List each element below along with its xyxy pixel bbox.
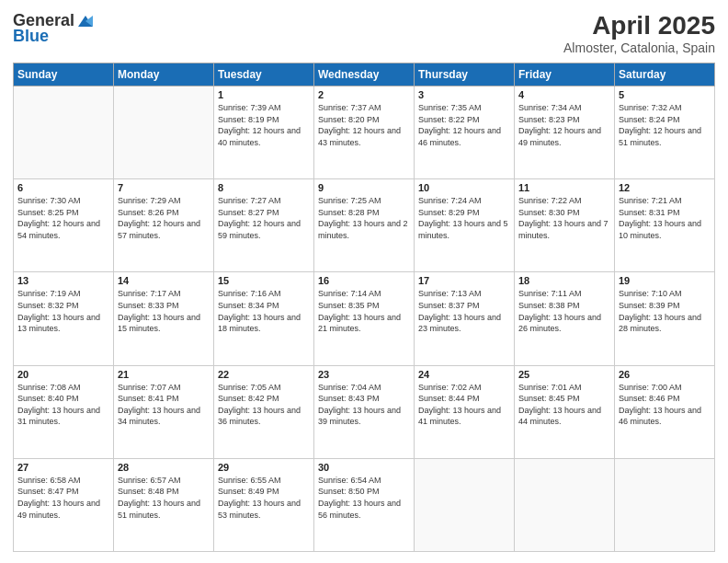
day-number: 13 — [17, 275, 109, 286]
calendar-week-row: 20Sunrise: 7:08 AM Sunset: 8:40 PM Dayli… — [14, 365, 715, 458]
day-info: Sunrise: 7:07 AM Sunset: 8:41 PM Dayligh… — [118, 382, 210, 428]
calendar-cell: 22Sunrise: 7:05 AM Sunset: 8:42 PM Dayli… — [214, 365, 314, 458]
calendar-cell: 3Sunrise: 7:35 AM Sunset: 8:22 PM Daylig… — [415, 86, 515, 179]
day-info: Sunrise: 7:37 AM Sunset: 8:20 PM Dayligh… — [318, 102, 410, 148]
day-number: 6 — [17, 182, 109, 193]
weekday-header-cell: Saturday — [615, 63, 715, 86]
day-number: 18 — [518, 275, 610, 286]
day-number: 17 — [418, 275, 510, 286]
calendar-cell: 4Sunrise: 7:34 AM Sunset: 8:23 PM Daylig… — [515, 86, 615, 179]
calendar-cell: 9Sunrise: 7:25 AM Sunset: 8:28 PM Daylig… — [314, 179, 415, 272]
day-number: 22 — [218, 369, 310, 380]
weekday-header-row: SundayMondayTuesdayWednesdayThursdayFrid… — [14, 63, 715, 86]
calendar-cell — [615, 458, 715, 551]
day-number: 24 — [418, 369, 510, 380]
calendar-cell: 27Sunrise: 6:58 AM Sunset: 8:47 PM Dayli… — [14, 458, 114, 551]
day-number: 14 — [118, 275, 210, 286]
day-number: 19 — [619, 275, 711, 286]
day-number: 12 — [619, 182, 711, 193]
calendar-cell: 8Sunrise: 7:27 AM Sunset: 8:27 PM Daylig… — [214, 179, 314, 272]
calendar-week-row: 13Sunrise: 7:19 AM Sunset: 8:32 PM Dayli… — [14, 272, 715, 365]
day-number: 27 — [17, 462, 109, 473]
calendar-cell — [515, 458, 615, 551]
calendar-cell: 25Sunrise: 7:01 AM Sunset: 8:45 PM Dayli… — [515, 365, 615, 458]
calendar-cell: 7Sunrise: 7:29 AM Sunset: 8:26 PM Daylig… — [114, 179, 214, 272]
calendar-cell: 19Sunrise: 7:10 AM Sunset: 8:39 PM Dayli… — [615, 272, 715, 365]
page: General Blue April 2025 Almoster, Catalo… — [0, 0, 728, 563]
calendar-week-row: 1Sunrise: 7:39 AM Sunset: 8:19 PM Daylig… — [14, 86, 715, 179]
day-number: 8 — [218, 182, 310, 193]
calendar-cell: 1Sunrise: 7:39 AM Sunset: 8:19 PM Daylig… — [214, 86, 314, 179]
calendar-cell: 20Sunrise: 7:08 AM Sunset: 8:40 PM Dayli… — [14, 365, 114, 458]
weekday-header-cell: Thursday — [415, 63, 515, 86]
day-info: Sunrise: 7:16 AM Sunset: 8:34 PM Dayligh… — [218, 288, 310, 334]
calendar-cell: 16Sunrise: 7:14 AM Sunset: 8:35 PM Dayli… — [314, 272, 415, 365]
day-number: 5 — [619, 89, 711, 100]
day-info: Sunrise: 7:22 AM Sunset: 8:30 PM Dayligh… — [518, 195, 610, 241]
day-info: Sunrise: 7:27 AM Sunset: 8:27 PM Dayligh… — [218, 195, 310, 241]
day-info: Sunrise: 7:19 AM Sunset: 8:32 PM Dayligh… — [17, 288, 109, 334]
day-info: Sunrise: 6:58 AM Sunset: 8:47 PM Dayligh… — [17, 475, 109, 521]
logo-icon — [76, 12, 95, 30]
day-number: 1 — [218, 89, 310, 100]
day-number: 16 — [318, 275, 410, 286]
calendar-cell: 23Sunrise: 7:04 AM Sunset: 8:43 PM Dayli… — [314, 365, 415, 458]
calendar-cell: 11Sunrise: 7:22 AM Sunset: 8:30 PM Dayli… — [515, 179, 615, 272]
day-info: Sunrise: 7:14 AM Sunset: 8:35 PM Dayligh… — [318, 288, 410, 334]
calendar-cell: 21Sunrise: 7:07 AM Sunset: 8:41 PM Dayli… — [114, 365, 214, 458]
calendar-cell: 17Sunrise: 7:13 AM Sunset: 8:37 PM Dayli… — [415, 272, 515, 365]
day-number: 26 — [619, 369, 711, 380]
day-info: Sunrise: 7:04 AM Sunset: 8:43 PM Dayligh… — [318, 382, 410, 428]
day-number: 15 — [218, 275, 310, 286]
day-info: Sunrise: 7:21 AM Sunset: 8:31 PM Dayligh… — [619, 195, 711, 241]
calendar-cell: 30Sunrise: 6:54 AM Sunset: 8:50 PM Dayli… — [314, 458, 415, 551]
day-info: Sunrise: 7:29 AM Sunset: 8:26 PM Dayligh… — [118, 195, 210, 241]
day-info: Sunrise: 7:08 AM Sunset: 8:40 PM Dayligh… — [17, 382, 109, 428]
calendar-cell: 14Sunrise: 7:17 AM Sunset: 8:33 PM Dayli… — [114, 272, 214, 365]
calendar-cell: 10Sunrise: 7:24 AM Sunset: 8:29 PM Dayli… — [415, 179, 515, 272]
day-number: 11 — [518, 182, 610, 193]
calendar-cell: 28Sunrise: 6:57 AM Sunset: 8:48 PM Dayli… — [114, 458, 214, 551]
day-info: Sunrise: 7:25 AM Sunset: 8:28 PM Dayligh… — [318, 195, 410, 241]
calendar-body: 1Sunrise: 7:39 AM Sunset: 8:19 PM Daylig… — [14, 86, 715, 552]
day-info: Sunrise: 7:10 AM Sunset: 8:39 PM Dayligh… — [619, 288, 711, 334]
calendar-cell: 5Sunrise: 7:32 AM Sunset: 8:24 PM Daylig… — [615, 86, 715, 179]
calendar-cell: 24Sunrise: 7:02 AM Sunset: 8:44 PM Dayli… — [415, 365, 515, 458]
day-info: Sunrise: 7:24 AM Sunset: 8:29 PM Dayligh… — [418, 195, 510, 241]
day-info: Sunrise: 7:32 AM Sunset: 8:24 PM Dayligh… — [619, 102, 711, 148]
calendar-week-row: 6Sunrise: 7:30 AM Sunset: 8:25 PM Daylig… — [14, 179, 715, 272]
day-number: 30 — [318, 462, 410, 473]
day-number: 25 — [518, 369, 610, 380]
day-number: 21 — [118, 369, 210, 380]
subtitle: Almoster, Catalonia, Spain — [563, 40, 715, 55]
day-number: 23 — [318, 369, 410, 380]
weekday-header-cell: Monday — [114, 63, 214, 86]
main-title: April 2025 — [563, 11, 715, 40]
weekday-header-cell: Tuesday — [214, 63, 314, 86]
day-number: 20 — [17, 369, 109, 380]
calendar-table: SundayMondayTuesdayWednesdayThursdayFrid… — [13, 63, 715, 552]
logo: General Blue — [13, 11, 95, 46]
calendar-cell: 26Sunrise: 7:00 AM Sunset: 8:46 PM Dayli… — [615, 365, 715, 458]
calendar-cell — [415, 458, 515, 551]
day-info: Sunrise: 6:55 AM Sunset: 8:49 PM Dayligh… — [218, 475, 310, 521]
day-info: Sunrise: 7:17 AM Sunset: 8:33 PM Dayligh… — [118, 288, 210, 334]
day-info: Sunrise: 7:01 AM Sunset: 8:45 PM Dayligh… — [518, 382, 610, 428]
logo-blue-text: Blue — [13, 27, 49, 46]
calendar-cell — [14, 86, 114, 179]
day-info: Sunrise: 7:11 AM Sunset: 8:38 PM Dayligh… — [518, 288, 610, 334]
day-number: 7 — [118, 182, 210, 193]
calendar-cell: 29Sunrise: 6:55 AM Sunset: 8:49 PM Dayli… — [214, 458, 314, 551]
day-number: 28 — [118, 462, 210, 473]
weekday-header-cell: Sunday — [14, 63, 114, 86]
day-info: Sunrise: 7:05 AM Sunset: 8:42 PM Dayligh… — [218, 382, 310, 428]
day-number: 3 — [418, 89, 510, 100]
day-info: Sunrise: 7:35 AM Sunset: 8:22 PM Dayligh… — [418, 102, 510, 148]
day-info: Sunrise: 6:57 AM Sunset: 8:48 PM Dayligh… — [118, 475, 210, 521]
day-info: Sunrise: 7:13 AM Sunset: 8:37 PM Dayligh… — [418, 288, 510, 334]
day-info: Sunrise: 7:02 AM Sunset: 8:44 PM Dayligh… — [418, 382, 510, 428]
day-info: Sunrise: 7:34 AM Sunset: 8:23 PM Dayligh… — [518, 102, 610, 148]
title-section: April 2025 Almoster, Catalonia, Spain — [563, 11, 715, 55]
calendar-cell: 12Sunrise: 7:21 AM Sunset: 8:31 PM Dayli… — [615, 179, 715, 272]
header: General Blue April 2025 Almoster, Catalo… — [13, 11, 715, 55]
